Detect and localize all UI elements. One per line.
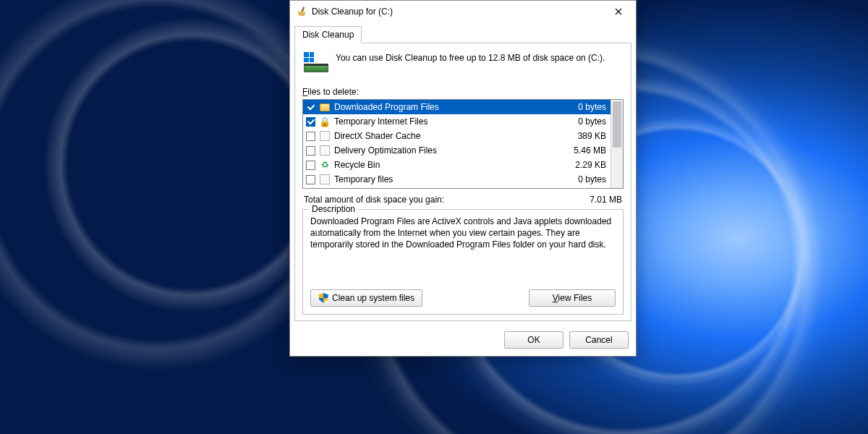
- item-size: 0 bytes: [563, 116, 606, 127]
- files-listbox[interactable]: Downloaded Program Files0 bytes🔒Temporar…: [302, 99, 624, 189]
- close-button[interactable]: [604, 1, 633, 22]
- list-item[interactable]: Downloaded Program Files0 bytes: [303, 100, 610, 114]
- cancel-button[interactable]: Cancel: [569, 331, 629, 349]
- recycle-bin-icon: ♻: [321, 160, 329, 170]
- checkbox[interactable]: [306, 175, 315, 184]
- item-name: DirectX Shader Cache: [334, 131, 559, 141]
- tabstrip: Disk Cleanup: [290, 22, 636, 43]
- description-legend: Description: [309, 204, 358, 214]
- item-name: Temporary Internet Files: [334, 116, 559, 127]
- item-size: 2.29 KB: [563, 160, 606, 170]
- item-name: Downloaded Program Files: [334, 102, 559, 112]
- item-name: Temporary files: [334, 174, 559, 184]
- checkbox[interactable]: [306, 117, 315, 127]
- item-size: 389 KB: [563, 131, 606, 141]
- shield-icon: [318, 293, 328, 303]
- total-label: Total amount of disk space you gain:: [304, 195, 444, 205]
- summary-row: You can use Disk Cleanup to free up to 1…: [302, 49, 624, 84]
- close-icon: [615, 8, 622, 15]
- disk-cleanup-dialog: Disk Cleanup for (C:) Disk Cleanup You c…: [289, 0, 637, 357]
- checkbox[interactable]: [306, 161, 315, 170]
- window-title: Disk Cleanup for (C:): [312, 7, 604, 17]
- cancel-label: Cancel: [585, 335, 612, 345]
- tab-disk-cleanup[interactable]: Disk Cleanup: [294, 26, 362, 43]
- item-name: Delivery Optimization Files: [334, 145, 559, 156]
- list-item[interactable]: Delivery Optimization Files5.46 MB: [303, 143, 610, 158]
- description-groupbox: Description Downloaded Program Files are…: [302, 209, 624, 315]
- ok-button[interactable]: OK: [504, 331, 563, 349]
- view-files-button[interactable]: View Files: [529, 289, 616, 307]
- summary-text: You can use Disk Cleanup to free up to 1…: [336, 52, 605, 77]
- list-item[interactable]: ♻Recycle Bin2.29 KB: [303, 158, 610, 172]
- file-icon: [320, 131, 330, 141]
- file-icon: [320, 145, 330, 156]
- lock-icon: 🔒: [319, 116, 331, 127]
- broom-icon: [296, 6, 307, 17]
- titlebar[interactable]: Disk Cleanup for (C:): [290, 1, 636, 22]
- item-size: 0 bytes: [563, 102, 606, 112]
- item-size: 5.46 MB: [563, 145, 606, 156]
- list-item[interactable]: Temporary files0 bytes: [303, 172, 610, 187]
- dialog-footer: OK Cancel: [290, 326, 636, 356]
- description-text: Downloaded Program Files are ActiveX con…: [310, 216, 616, 266]
- item-size: 0 bytes: [563, 174, 606, 184]
- checkbox[interactable]: [306, 132, 315, 141]
- item-name: Recycle Bin: [334, 160, 559, 170]
- ok-label: OK: [527, 335, 540, 345]
- file-icon: [320, 174, 330, 184]
- scrollbar[interactable]: [610, 100, 623, 188]
- drive-icon: [304, 52, 328, 77]
- view-files-label: View Files: [553, 293, 592, 303]
- tab-panel: You can use Disk Cleanup to free up to 1…: [294, 43, 631, 321]
- clean-system-files-label: Clean up system files: [332, 293, 414, 303]
- checkbox[interactable]: [306, 146, 315, 156]
- list-item[interactable]: 🔒Temporary Internet Files0 bytes: [303, 114, 610, 129]
- scrollbar-thumb[interactable]: [613, 101, 621, 148]
- files-to-delete-label: Files to delete:: [302, 87, 624, 97]
- list-item[interactable]: DirectX Shader Cache389 KB: [303, 129, 610, 143]
- checkbox[interactable]: [306, 103, 315, 112]
- folder-icon: [320, 103, 330, 111]
- clean-system-files-button[interactable]: Clean up system files: [310, 289, 422, 307]
- total-value: 7.01 MB: [590, 195, 622, 205]
